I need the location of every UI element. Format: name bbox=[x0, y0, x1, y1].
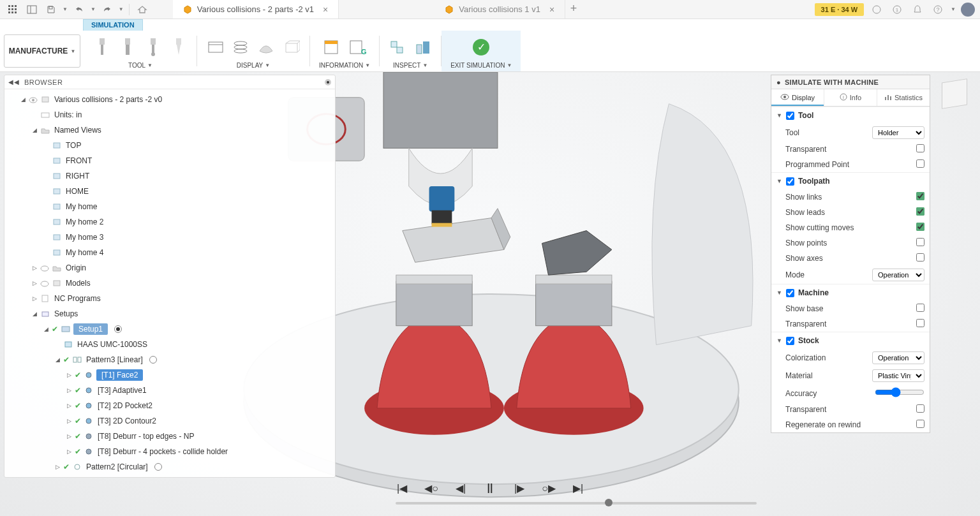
toolpath-mode-select[interactable]: Operation bbox=[872, 269, 924, 281]
new-tab-button[interactable]: + bbox=[565, 0, 582, 17]
pause-icon[interactable]: || bbox=[482, 480, 498, 496]
redo-icon[interactable] bbox=[100, 2, 115, 17]
inspect-measure-icon[interactable] bbox=[389, 36, 406, 58]
pattern-radio[interactable] bbox=[149, 356, 157, 364]
prev-op-icon[interactable]: ◀○ bbox=[424, 480, 439, 496]
section-toolpath-header[interactable]: ▼ Toolpath bbox=[771, 172, 930, 189]
inspect-compare-icon[interactable] bbox=[414, 36, 432, 58]
step-forward-icon[interactable]: |▶ bbox=[512, 480, 527, 496]
skip-end-icon[interactable]: ▶| bbox=[570, 480, 586, 496]
section-tool-checkbox[interactable] bbox=[786, 112, 794, 120]
visibility-icon[interactable] bbox=[40, 280, 49, 286]
simtab-stats[interactable]: Statistics bbox=[877, 89, 930, 106]
stock-material-select[interactable]: Plastic Vinyl bbox=[872, 369, 924, 382]
endmill-icon[interactable] bbox=[119, 36, 137, 58]
notifications-icon[interactable] bbox=[910, 2, 925, 17]
display-stock-icon[interactable] bbox=[206, 36, 224, 58]
active-setup-radio[interactable] bbox=[114, 325, 122, 333]
doc-tab-inactive[interactable]: Various collisions 1 v1 × bbox=[434, 0, 565, 18]
tree-models[interactable]: ▷ Models bbox=[4, 276, 335, 291]
ballmill-icon[interactable] bbox=[144, 36, 162, 58]
help-dropdown[interactable]: ▼ bbox=[951, 6, 956, 12]
section-stock-checkbox[interactable] bbox=[786, 337, 794, 345]
tree-root[interactable]: ◢ Various collisions - 2 parts -2 v0 bbox=[4, 92, 335, 107]
extensions-icon[interactable] bbox=[869, 2, 884, 17]
errors-warnings-pill[interactable]: 31 E · 34 W bbox=[815, 3, 864, 16]
browser-back-icon[interactable]: ◀◀ bbox=[8, 78, 19, 85]
show-cutting-checkbox[interactable] bbox=[916, 223, 924, 231]
file-panel-icon[interactable] bbox=[24, 2, 40, 17]
show-leads-checkbox[interactable] bbox=[916, 207, 924, 216]
tree-named-view[interactable]: TOP bbox=[4, 138, 335, 153]
next-op-icon[interactable]: ○▶ bbox=[541, 480, 556, 496]
show-axes-checkbox[interactable] bbox=[916, 253, 924, 262]
machine-show-base-checkbox[interactable] bbox=[916, 304, 924, 312]
display-shade-icon[interactable] bbox=[257, 36, 275, 58]
tool-transparent-checkbox[interactable] bbox=[916, 144, 924, 152]
visibility-icon[interactable] bbox=[29, 96, 38, 103]
section-tool-header[interactable]: ▼ Tool bbox=[771, 107, 930, 124]
tree-operation[interactable]: ▷✔[T3] 2D Contour2 bbox=[4, 413, 335, 429]
display-wire-icon[interactable] bbox=[283, 36, 301, 58]
show-links-checkbox[interactable] bbox=[916, 192, 924, 200]
undo-dropdown[interactable]: ▼ bbox=[91, 6, 96, 12]
ribbon-tab-simulation[interactable]: SIMULATION bbox=[83, 19, 143, 31]
stock-accuracy-slider[interactable] bbox=[875, 387, 924, 397]
tree-setups[interactable]: ◢ Setups bbox=[4, 306, 335, 321]
tree-named-view[interactable]: HOME bbox=[4, 184, 335, 199]
simtab-display[interactable]: Display bbox=[771, 89, 824, 106]
drill-tool-icon[interactable] bbox=[93, 36, 111, 58]
stock-colorization-select[interactable]: Operation bbox=[872, 351, 924, 364]
tree-named-views[interactable]: ◢ Named Views bbox=[4, 122, 335, 138]
user-avatar[interactable] bbox=[961, 3, 975, 17]
section-toolpath-checkbox[interactable] bbox=[786, 177, 794, 186]
tree-operation[interactable]: ▷✔[T8] Deburr - 4 pockets - collide hold… bbox=[4, 444, 335, 459]
tree-operation[interactable]: ▷✔[T2] 2D Pocket2 bbox=[4, 398, 335, 413]
stock-transparent-checkbox[interactable] bbox=[916, 404, 924, 413]
tree-operation[interactable]: ▷✔[T3] Adaptive1 bbox=[4, 383, 335, 398]
tree-named-view[interactable]: RIGHT bbox=[4, 168, 335, 184]
section-machine-header[interactable]: ▼ Machine bbox=[771, 284, 930, 301]
tree-units[interactable]: Units: in bbox=[4, 107, 335, 122]
tree-named-view[interactable]: My home 2 bbox=[4, 214, 335, 230]
tree-setup1[interactable]: ◢ ✔ Setup1 bbox=[4, 321, 335, 337]
chamfer-tool-icon[interactable] bbox=[170, 36, 188, 58]
tree-named-view[interactable]: My home 3 bbox=[4, 230, 335, 245]
tree-pattern3[interactable]: ◢ ✔ Pattern3 [Linear] bbox=[4, 352, 335, 367]
tree-origin[interactable]: ▷ Origin bbox=[4, 260, 335, 276]
view-cube[interactable] bbox=[938, 77, 971, 110]
tree-operation[interactable]: ▷✔[T1] Face2 bbox=[4, 367, 335, 383]
stock-regen-checkbox[interactable] bbox=[916, 420, 924, 428]
playback-timeline[interactable] bbox=[396, 502, 757, 505]
tree-pattern2[interactable]: ▷ ✔ Pattern2 [Circular] bbox=[4, 459, 335, 475]
undo-icon[interactable] bbox=[71, 2, 87, 17]
doc-tab-active[interactable]: Various collisions - 2 parts -2 v1 × bbox=[173, 0, 339, 18]
close-icon[interactable]: × bbox=[549, 4, 554, 15]
browser-collapse-dot[interactable] bbox=[325, 79, 331, 85]
step-back-icon[interactable]: ◀| bbox=[453, 480, 468, 496]
show-points-checkbox[interactable] bbox=[916, 238, 924, 246]
tree-named-view[interactable]: My home 4 bbox=[4, 245, 335, 260]
tool-pp-checkbox[interactable] bbox=[916, 159, 924, 168]
workspace-switcher[interactable]: MANUFACTURE ▼ bbox=[4, 34, 80, 68]
tree-nc-programs[interactable]: ▷ NC Programs bbox=[4, 291, 335, 306]
tree-named-view[interactable]: My home bbox=[4, 199, 335, 214]
section-stock-header[interactable]: ▼ Stock bbox=[771, 332, 930, 349]
tree-named-view[interactable]: FRONT bbox=[4, 153, 335, 168]
redo-dropdown[interactable]: ▼ bbox=[119, 6, 124, 12]
ribbon-group-exit[interactable]: ✓ EXIT SIMULATION▼ bbox=[442, 31, 521, 71]
simtab-info[interactable]: i Info bbox=[824, 89, 877, 106]
info-sheet-icon[interactable] bbox=[323, 36, 341, 58]
tree-machine[interactable]: HAAS UMC-1000SS bbox=[4, 337, 335, 352]
pattern-radio[interactable] bbox=[154, 463, 162, 471]
save-icon[interactable] bbox=[43, 2, 59, 17]
display-layers-icon[interactable] bbox=[232, 36, 249, 58]
job-status-icon[interactable]: 1 bbox=[889, 2, 905, 17]
tool-holder-select[interactable]: Holder bbox=[872, 126, 924, 139]
home-icon[interactable] bbox=[135, 2, 150, 17]
section-machine-checkbox[interactable] bbox=[786, 289, 794, 297]
save-dropdown[interactable]: ▼ bbox=[63, 6, 68, 12]
help-icon[interactable]: ? bbox=[930, 2, 946, 17]
skip-start-icon[interactable]: |◀ bbox=[394, 480, 410, 496]
tree-operation[interactable]: ▷✔[T8] Deburr - top edges - NP bbox=[4, 429, 335, 444]
